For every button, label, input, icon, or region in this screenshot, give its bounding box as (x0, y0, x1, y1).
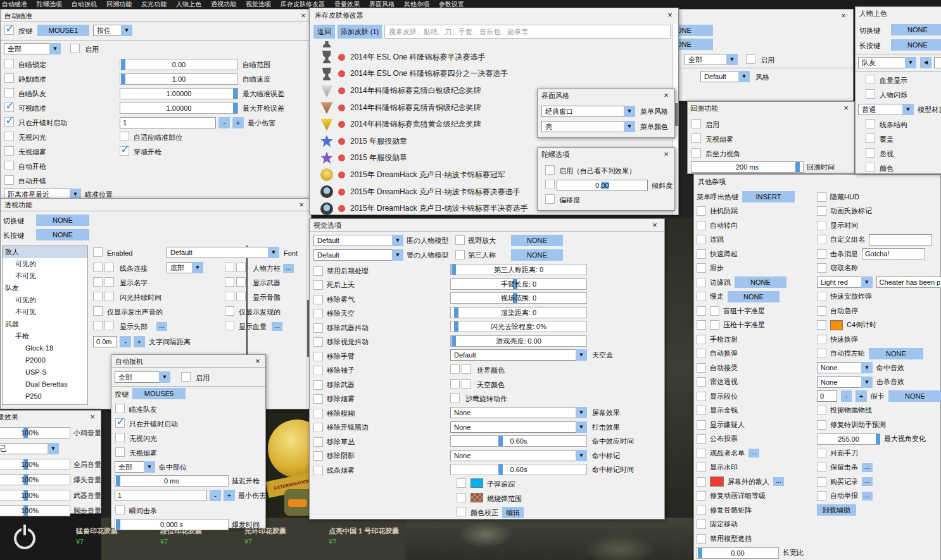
esp-list-item[interactable]: 不可见 (3, 270, 87, 282)
chevron-down-icon[interactable] (861, 362, 873, 373)
t-model-select[interactable]: Default (313, 235, 403, 246)
buy-log-checkbox[interactable] (817, 477, 826, 487)
hitmarker-time-slider[interactable]: 0.60s (450, 464, 587, 475)
name-color-checkbox[interactable] (104, 277, 114, 287)
checkbox[interactable] (697, 506, 706, 515)
spacing-minus-button[interactable]: - (120, 336, 131, 347)
chevron-down-icon[interactable] (624, 106, 635, 117)
esp-list-item[interactable]: 队友 (3, 282, 87, 294)
backtrack-time-slider[interactable]: 200 ms (691, 161, 804, 173)
esp-list-item[interactable]: Dual Berettas (3, 378, 87, 390)
fast-reload-checkbox[interactable] (817, 335, 826, 344)
aim-key-checkbox[interactable] (4, 25, 14, 35)
world-color-checkbox[interactable] (450, 364, 460, 374)
checkbox[interactable] (313, 394, 323, 404)
aim-key-mode-select[interactable]: 按住 (93, 25, 132, 36)
checkbox[interactable] (697, 534, 706, 544)
tilt-input[interactable]: 0.00 (557, 180, 648, 191)
chams-target-select[interactable]: 队友 (858, 57, 916, 68)
health-more-button[interactable]: ... (272, 322, 282, 331)
instant-kill-checkbox[interactable] (115, 505, 125, 514)
wireframe-checkbox[interactable] (866, 119, 875, 128)
flicker-checkbox[interactable] (866, 89, 875, 99)
capsule-item[interactable]: 点亮中国 1 号印花胶囊 ¥7 (321, 526, 405, 545)
esp-list-item[interactable]: P2000 (3, 354, 87, 366)
close-icon[interactable]: × (88, 412, 97, 421)
revolver-checkbox[interactable] (817, 349, 826, 358)
checkbox[interactable] (697, 363, 706, 373)
aim-scope-only-checkbox[interactable] (4, 117, 14, 127)
esp-list-item[interactable]: Tec-9 (3, 402, 87, 405)
checkbox[interactable] (697, 206, 706, 216)
box-more-button[interactable]: ... (283, 264, 294, 273)
esp-list-item[interactable]: Glock-18 (3, 342, 87, 354)
ignorez-checkbox[interactable] (866, 148, 875, 158)
revolver-key-button[interactable]: NONE (869, 348, 923, 359)
aim-weapon-filter-select[interactable]: 全部 (4, 43, 61, 54)
trigger-damage-plus-button[interactable]: + (224, 490, 235, 501)
trigger-damage-minus-button[interactable]: - (210, 490, 221, 501)
min-damage-input[interactable]: 1 (120, 117, 216, 128)
visual-slider[interactable]: 渲染距离: 0 (450, 307, 587, 318)
add-skin-button[interactable]: 添加皮肤 (1) (338, 25, 382, 39)
clantag-input[interactable] (869, 234, 932, 246)
chevron-down-icon[interactable] (121, 25, 132, 36)
checkbox[interactable] (817, 406, 826, 415)
aim-visible-checkbox[interactable] (4, 103, 14, 112)
edge-jump-key-button[interactable]: NONE (735, 277, 786, 288)
slow-walk-checkbox[interactable] (697, 292, 706, 301)
checkbox[interactable] (817, 306, 826, 316)
bone-color-checkbox[interactable] (236, 292, 246, 301)
trigger-scope-only-checkbox[interactable] (115, 418, 125, 428)
name-checkbox[interactable] (93, 277, 103, 287)
trigger-filter-select[interactable]: 全部 (115, 371, 170, 383)
chevron-down-icon[interactable] (576, 450, 587, 461)
flash-time-checkbox[interactable] (93, 292, 103, 301)
checkbox[interactable] (313, 337, 323, 347)
chat-message-input[interactable]: Cheater has been p (876, 277, 941, 288)
shoot-error-slider[interactable]: 1.00000 (120, 103, 238, 114)
world-color-swatch-checkbox[interactable] (462, 364, 471, 374)
max-angle-slider[interactable]: 255.00 (817, 433, 880, 445)
fov-zoom-checkbox[interactable] (455, 235, 465, 245)
skin-list-item[interactable]: 2014年 ESL One 科隆锦标赛半决赛选手 (310, 49, 669, 66)
glow-style-select[interactable]: Default (700, 71, 750, 82)
aim-team-checkbox[interactable] (4, 88, 14, 97)
checkbox[interactable] (697, 349, 706, 358)
trigger-min-damage-input[interactable]: 1 (115, 490, 207, 501)
checkbox[interactable] (313, 466, 323, 475)
chevron-down-icon[interactable] (392, 249, 403, 261)
fake-rank-input[interactable]: 0 (817, 390, 837, 402)
killsay-input[interactable]: Gotcha! (862, 248, 925, 259)
esp-list-item[interactable]: USP-S (3, 366, 87, 378)
color-checkbox[interactable] (710, 320, 719, 330)
unload-button[interactable]: 卸载辅助 (817, 504, 856, 516)
menu-item[interactable]: 自动瞄准 (2, 0, 27, 9)
clantag-checkbox[interactable] (817, 235, 826, 244)
esp-list-item[interactable]: P250 (3, 390, 87, 402)
esp-toggle-key-button[interactable]: NONE (36, 215, 89, 226)
weapon-color-checkbox[interactable] (236, 277, 246, 287)
esp-list-item[interactable]: 可见的 (3, 258, 87, 270)
skybox-select[interactable]: Default (450, 349, 587, 361)
ignore-flash-checkbox[interactable] (4, 132, 14, 141)
c4-timer-checkbox[interactable] (817, 320, 826, 330)
fake-rank-key-button[interactable]: NONE (888, 390, 941, 402)
checkbox[interactable] (697, 249, 706, 259)
trigger-team-checkbox[interactable] (115, 404, 125, 413)
gyro-enable-checkbox[interactable] (545, 165, 555, 175)
esp-list-item[interactable]: 敌人 (3, 246, 87, 258)
kill-sound-select[interactable]: None (817, 376, 873, 388)
trigger-delay-slider[interactable]: 0 ms (115, 475, 229, 487)
glow-filter-select[interactable]: 全部 (685, 54, 738, 65)
ignore-smoke-checkbox[interactable] (4, 146, 14, 156)
checkbox[interactable] (697, 263, 706, 273)
checkbox[interactable] (313, 352, 323, 361)
aim-key-button[interactable]: MOUSE1 (37, 25, 89, 36)
chevron-down-icon[interactable] (49, 43, 61, 54)
third-person-key-button[interactable]: NONE (511, 249, 563, 261)
aim-error-slider[interactable]: 1.00000 (120, 88, 238, 99)
checkbox[interactable] (313, 423, 323, 432)
esp-font-select[interactable]: Default (167, 247, 279, 258)
chat-color-select[interactable]: Light red (817, 277, 873, 288)
